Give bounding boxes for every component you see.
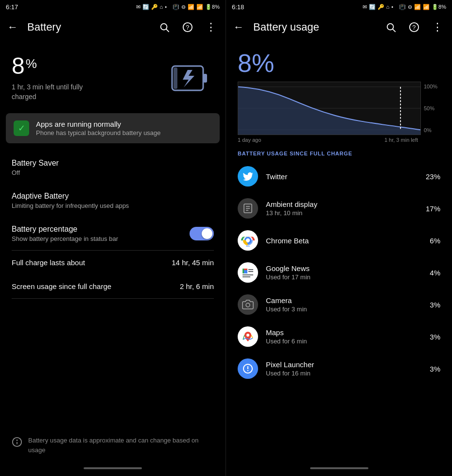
right-status-icons: ✉ 🔄 🔑 ⌂ • 📳 ⊖ 📶 📶 🔋8% — [363, 4, 446, 10]
section-header: BATTERY USAGE SINCE FULL CHARGE — [226, 143, 452, 160]
chart-x-labels: 1 day ago 1 hr, 3 min left — [238, 137, 418, 143]
adaptive-battery-label: Adaptive Battery — [12, 192, 214, 201]
svg-rect-29 — [243, 269, 244, 273]
r-dot-icon: • — [391, 4, 393, 10]
camera-info: Camera Used for 3 min — [266, 296, 422, 313]
vibrate-icon: 📳 — [173, 4, 179, 10]
app-list: Twitter 23% Ambient display 13 hr, 10 mi… — [226, 160, 452, 462]
full-charge-value: 14 hr, 45 min — [172, 258, 214, 267]
battery-saver-label: Battery Saver — [12, 159, 214, 168]
left-help-button[interactable]: ? — [177, 17, 198, 38]
left-search-button[interactable] — [154, 17, 175, 38]
maps-app-icon — [238, 326, 258, 347]
left-back-button[interactable]: ← — [2, 17, 23, 38]
left-home-indicator — [0, 462, 226, 474]
chart-x-left: 1 day ago — [238, 137, 261, 143]
app-item-twitter[interactable]: Twitter 23% — [226, 160, 452, 192]
right-panel: 6:18 ✉ 🔄 🔑 ⌂ • 📳 ⊖ 📶 📶 🔋8% ← Battery usa… — [226, 0, 452, 476]
chart-x-right: 1 hr, 3 min left — [384, 137, 418, 143]
r-signal-icon: 📶 — [423, 4, 430, 10]
twitter-percent: 23% — [426, 172, 440, 181]
full-charge-label: Full charge lasts about — [12, 258, 85, 267]
adaptive-battery-item[interactable]: Adaptive Battery Limiting battery for in… — [0, 184, 226, 217]
running-title: Apps are running normally — [36, 120, 161, 128]
right-back-button[interactable]: ← — [228, 17, 249, 38]
camera-usage: Used for 3 min — [266, 306, 422, 313]
battery-main-section: 8 % 1 hr, 3 min left until fully charged — [0, 41, 226, 111]
divider-2 — [12, 298, 214, 299]
chart-container: 100% 50% 0% 1 day ago 1 hr, 3 min left — [226, 82, 452, 143]
battery-percent-sign: % — [26, 57, 37, 70]
r-vibrate-icon: 📳 — [399, 4, 406, 10]
battery-text-block: 8 % 1 hr, 3 min left until fully charged — [12, 54, 165, 102]
chart-y-50: 50% — [424, 105, 440, 111]
app-item-chrome[interactable]: Beta Chrome Beta 6% — [226, 224, 452, 256]
gnews-app-icon — [238, 262, 258, 283]
svg-rect-32 — [243, 274, 253, 275]
left-more-button[interactable]: ⋮ — [200, 17, 222, 38]
gnews-info: Google News Used for 17 min — [266, 264, 422, 281]
ambient-app-icon — [238, 198, 258, 219]
left-status-bar: 6:17 ✉ 🔄 🔑 ⌂ • 📳 ⊖ 📶 📶 🔋8% — [0, 0, 226, 14]
chart-y-100: 100% — [424, 84, 440, 89]
battery-percentage-item[interactable]: Battery percentage Show battery percenta… — [0, 217, 226, 250]
left-status-time: 6:17 — [6, 3, 18, 11]
right-status-bar: 6:18 ✉ 🔄 🔑 ⌂ • 📳 ⊖ 📶 📶 🔋8% — [226, 0, 452, 14]
gnews-percent: 4% — [430, 269, 440, 277]
svg-point-34 — [246, 303, 250, 307]
twitter-app-icon — [238, 166, 258, 187]
chrome-name: Chrome Beta — [266, 237, 422, 245]
battery-percent-display: 8 % — [12, 54, 165, 78]
toggle-knob — [202, 228, 212, 239]
screen-usage-value: 2 hr, 6 min — [180, 282, 214, 290]
pixel-app-icon — [238, 358, 258, 379]
right-top-actions: ? ⋮ — [380, 17, 448, 38]
twitter-name: Twitter — [266, 172, 418, 181]
svg-text:?: ? — [412, 24, 416, 31]
camera-name: Camera — [266, 296, 422, 305]
dot-icon: • — [165, 4, 167, 10]
battery-saver-item[interactable]: Battery Saver Off — [0, 151, 226, 184]
ambient-name: Ambient display — [266, 200, 418, 208]
running-card-text: Apps are running normally Phone has typi… — [36, 120, 161, 136]
r-battery-icon: 🔋8% — [432, 4, 446, 10]
right-help-button[interactable]: ? — [403, 17, 425, 38]
app-item-pixel[interactable]: Pixel Launcher Used for 16 min 3% — [226, 353, 452, 385]
maps-name: Maps — [266, 328, 422, 337]
app-item-camera[interactable]: Camera Used for 3 min 3% — [226, 289, 452, 321]
running-normally-card[interactable]: ✓ Apps are running normally Phone has ty… — [6, 113, 220, 143]
email-icon: ✉ — [136, 4, 140, 10]
battery-percentage-label: Battery percentage Show battery percenta… — [12, 225, 118, 242]
ambient-percent: 17% — [426, 204, 440, 213]
svg-rect-31 — [248, 271, 253, 272]
right-more-button[interactable]: ⋮ — [427, 17, 448, 38]
app-item-maps[interactable]: Maps Used for 6 min 3% — [226, 321, 452, 353]
app-item-ambient[interactable]: Ambient display 13 hr, 10 min 17% — [226, 192, 452, 224]
right-home-indicator — [226, 462, 452, 474]
ambient-info: Ambient display 13 hr, 10 min — [266, 200, 418, 217]
battery-percentage-toggle[interactable] — [190, 227, 214, 240]
home-bar — [84, 467, 142, 469]
right-home-bar — [310, 467, 368, 469]
left-page-title: Battery — [27, 21, 154, 34]
battery-number: 8 — [12, 54, 25, 78]
svg-rect-30 — [248, 269, 253, 270]
r-vpn-icon: 🔑 — [378, 4, 384, 10]
maps-info: Maps Used for 6 min — [266, 328, 422, 345]
svg-point-36 — [246, 334, 249, 337]
pixel-usage: Used for 16 min — [266, 370, 422, 377]
chart-y-labels: 100% 50% 0% — [421, 82, 440, 135]
svg-text:Beta: Beta — [246, 245, 249, 247]
chrome-app-icon: Beta — [238, 230, 258, 251]
signal-icon: 📶 — [196, 4, 203, 10]
twitter-info: Twitter — [266, 172, 418, 181]
svg-line-1 — [166, 29, 169, 32]
app-item-gnews[interactable]: Google News Used for 17 min 4% — [226, 256, 452, 289]
battery-charge-time: 1 hr, 3 min left until fully charged — [12, 83, 165, 102]
sync-icon: 🔄 — [142, 4, 149, 10]
pixel-info: Pixel Launcher Used for 16 min — [266, 360, 422, 377]
right-search-button[interactable] — [380, 17, 401, 38]
screen-usage-label: Screen usage since full charge — [12, 282, 111, 290]
svg-rect-6 — [174, 68, 177, 89]
disclaimer-text: Battery usage data is approximate and ca… — [28, 436, 214, 455]
